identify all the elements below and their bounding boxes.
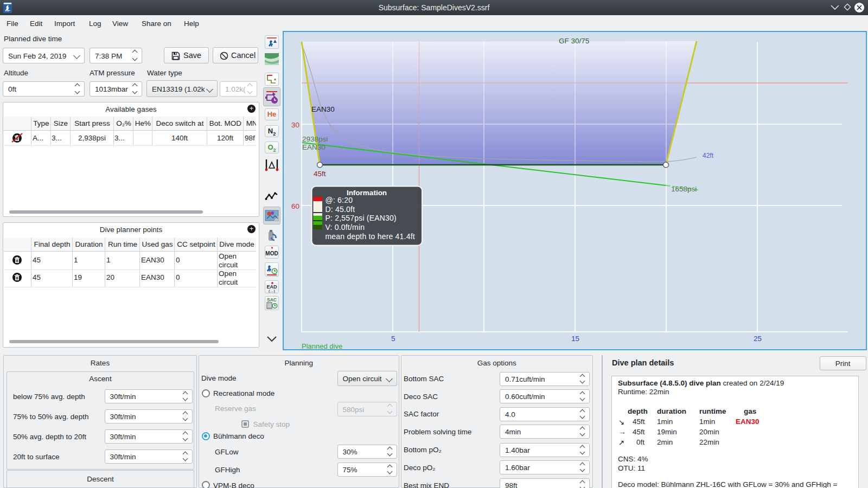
svg-text:45ft: 45ft [314, 170, 326, 178]
svg-text:D: 45.0ft: D: 45.0ft [326, 205, 355, 214]
svg-text:SAC: SAC [267, 297, 277, 303]
svg-text:1658psi: 1658psi [671, 185, 697, 193]
svg-text:Planned dive: Planned dive [302, 342, 342, 349]
svg-text:60: 60 [291, 202, 299, 210]
svg-text:EAN30: EAN30 [302, 143, 326, 151]
svg-text:mean depth to here 41.4ft: mean depth to here 41.4ft [326, 232, 415, 241]
svg-text:15: 15 [571, 335, 579, 343]
svg-text:5: 5 [391, 335, 395, 343]
svg-text:(...): (...) [269, 288, 275, 293]
svg-text:25: 25 [754, 335, 762, 343]
svg-text:P: 2,557psi (EAN30): P: 2,557psi (EAN30) [326, 214, 397, 222]
svg-text:42ft: 42ft [703, 152, 714, 159]
svg-text:@: 6:20: @: 6:20 [326, 196, 353, 204]
svg-text:EAN30: EAN30 [311, 105, 335, 113]
svg-text:MOD: MOD [265, 251, 278, 256]
svg-text:30: 30 [291, 121, 299, 129]
svg-text:GF 30/75: GF 30/75 [559, 37, 589, 45]
svg-text:V: 0.0ft/min: V: 0.0ft/min [326, 223, 365, 232]
svg-text:2938psi: 2938psi [302, 135, 328, 143]
